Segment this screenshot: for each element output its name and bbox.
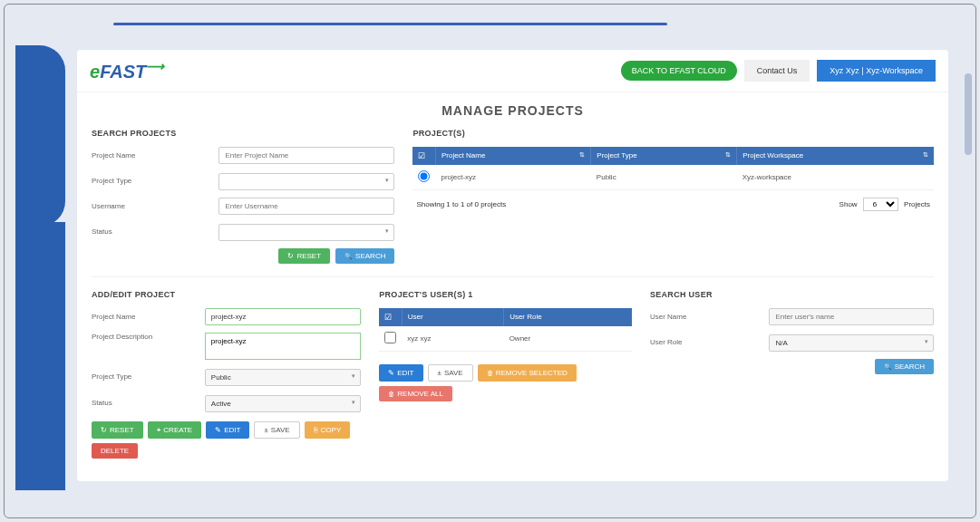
sort-icon: ⇅: [923, 151, 928, 159]
ae-status-label: Status: [92, 399, 205, 407]
trash-icon: [487, 369, 493, 377]
top-row: SEARCH PROJECTS Project Name Project Typ…: [92, 129, 934, 264]
row-type: Public: [591, 165, 737, 190]
left-sidebar-bottom: [15, 222, 65, 490]
reset-icon: [287, 252, 294, 260]
username-input[interactable]: [218, 198, 394, 215]
add-edit-section: ADD/EDIT PROJECT Project Name Project De…: [92, 290, 361, 459]
projects-col-workspace[interactable]: Project Workspace⇅: [737, 147, 934, 165]
projects-table: Project Name⇅ Project Type⇅ Project Work…: [412, 147, 934, 190]
ae-type-select[interactable]: Public: [205, 369, 361, 386]
su-role-select[interactable]: N/A: [769, 334, 934, 352]
username-label: Username: [92, 202, 218, 210]
project-users-table: User User Role xyz xyz Owner: [379, 308, 632, 352]
user-row-role: Owner: [504, 326, 632, 352]
pu-save-button[interactable]: SAVE: [428, 364, 473, 382]
scrollbar-thumb[interactable]: [965, 73, 972, 155]
main-panel: eFAST⟶ BACK TO EFAST CLOUD Contact Us Xy…: [77, 50, 948, 481]
content: SEARCH PROJECTS Project Name Project Typ…: [77, 129, 948, 469]
su-search-button[interactable]: SEARCH: [875, 359, 934, 374]
ae-type-label: Project Type: [92, 372, 205, 381]
ae-name-label: Project Name: [92, 313, 205, 321]
search-icon: [884, 362, 892, 371]
header-actions: BACK TO EFAST CLOUD Contact Us Xyz Xyz |…: [621, 60, 936, 82]
ae-desc-textarea[interactable]: project-xyz: [205, 333, 361, 360]
status-select[interactable]: [218, 224, 394, 241]
users-col-role[interactable]: User Role: [504, 308, 632, 326]
search-button[interactable]: SEARCH: [335, 248, 394, 264]
logo-swoosh-icon: ⟶: [146, 59, 164, 73]
trash-icon: [388, 390, 394, 398]
project-name-label: Project Name: [92, 151, 218, 160]
pencil-icon: [215, 426, 221, 434]
user-row-checkbox[interactable]: [384, 332, 396, 343]
copy-icon: [314, 426, 318, 434]
logo-fast: FAST: [100, 62, 146, 82]
save-icon: [264, 426, 267, 434]
ae-reset-button[interactable]: RESET: [92, 421, 143, 439]
search-label: SEARCH: [355, 252, 385, 260]
table-row[interactable]: xyz xyz Owner: [379, 326, 632, 352]
ae-delete-button[interactable]: DELETE: [92, 443, 138, 459]
projects-col-name[interactable]: Project Name⇅: [435, 147, 590, 165]
users-check-header[interactable]: [379, 308, 402, 326]
table-row[interactable]: project-xyz Public Xyz-workspace: [412, 165, 934, 190]
logo-e: e: [90, 62, 100, 82]
scrollbar-track: [965, 50, 972, 481]
reset-icon: [101, 426, 107, 434]
save-icon: [438, 369, 441, 377]
row-radio[interactable]: [418, 170, 430, 182]
search-icon: [344, 252, 353, 260]
reset-button[interactable]: RESET: [278, 248, 330, 264]
projects-col-type[interactable]: Project Type⇅: [591, 147, 737, 165]
sort-icon: ⇅: [579, 151, 585, 159]
user-badge[interactable]: Xyz Xyz | Xyz-Workspace: [817, 60, 936, 82]
project-users-title: PROJECT'S USER(S) 1: [379, 290, 632, 299]
page-title: MANAGE PROJECTS: [77, 92, 948, 129]
ae-create-button[interactable]: CREATE: [148, 421, 202, 439]
project-type-label: Project Type: [92, 177, 218, 185]
page-size-select[interactable]: 6: [863, 198, 898, 211]
projects-check-header[interactable]: [412, 147, 435, 165]
row-name: project-xyz: [435, 165, 590, 190]
projects-section: PROJECT(S) Project Name⇅ Project Type⇅ P…: [412, 129, 934, 264]
search-projects-title: SEARCH PROJECTS: [92, 129, 394, 138]
search-projects-section: SEARCH PROJECTS Project Name Project Typ…: [92, 129, 394, 264]
su-name-input[interactable]: [769, 308, 934, 325]
user-row-name: xyz xyz: [402, 326, 503, 352]
project-type-select[interactable]: [218, 173, 394, 190]
pencil-icon: [388, 369, 394, 377]
ae-copy-button[interactable]: COPY: [305, 421, 351, 439]
status-label: Status: [92, 227, 218, 236]
ae-name-input[interactable]: [205, 308, 361, 325]
su-name-label: User Name: [650, 313, 769, 321]
sort-icon: ⇅: [725, 151, 731, 159]
contact-us-button[interactable]: Contact Us: [744, 60, 810, 82]
remove-selected-button[interactable]: REMOVE SELECTED: [478, 364, 577, 382]
reset-label: RESET: [296, 252, 321, 260]
users-col-user[interactable]: User: [402, 308, 503, 326]
back-to-cloud-button[interactable]: BACK TO EFAST CLOUD: [621, 61, 737, 81]
project-name-input[interactable]: [218, 147, 394, 164]
pu-edit-button[interactable]: EDIT: [379, 364, 422, 382]
row-workspace: Xyz-workspace: [737, 165, 934, 190]
ae-edit-button[interactable]: EDIT: [206, 421, 249, 439]
ae-status-select[interactable]: Active: [205, 395, 361, 412]
check-icon: [418, 152, 425, 160]
left-sidebar-top: [15, 45, 65, 227]
project-users-section: PROJECT'S USER(S) 1 User User Role: [379, 290, 632, 459]
add-edit-title: ADD/EDIT PROJECT: [92, 290, 361, 299]
remove-all-button[interactable]: REMOVE ALL: [379, 386, 452, 401]
top-decoration: [113, 23, 939, 28]
plus-icon: [157, 426, 161, 434]
ae-save-button[interactable]: SAVE: [254, 421, 299, 439]
show-controls: Show 6 Projects: [839, 198, 930, 211]
window-frame: eFAST⟶ BACK TO EFAST CLOUD Contact Us Xy…: [4, 4, 976, 518]
bottom-row: ADD/EDIT PROJECT Project Name Project De…: [92, 276, 934, 459]
showing-text: Showing 1 to 1 of 0 projects: [416, 200, 506, 208]
check-icon: [384, 314, 392, 322]
ae-desc-label: Project Description: [92, 333, 205, 341]
projects-table-footer: Showing 1 to 1 of 0 projects Show 6 Proj…: [412, 190, 934, 218]
logo: eFAST⟶: [90, 59, 164, 82]
projects-title: PROJECT(S): [412, 129, 934, 138]
